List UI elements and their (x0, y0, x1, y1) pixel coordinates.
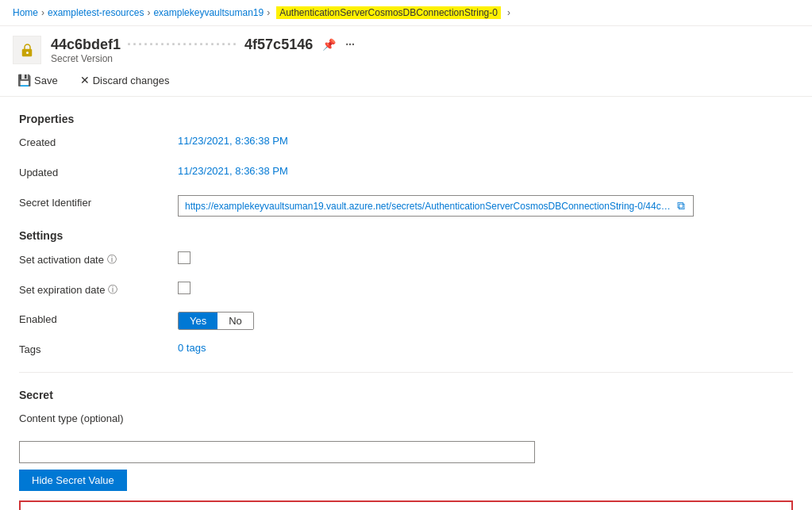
enabled-toggle[interactable]: Yes No (178, 312, 254, 330)
pin-icon[interactable]: 📌 (322, 38, 336, 51)
secret-section-title: Secret (19, 389, 793, 401)
expiration-date-checkbox[interactable] (178, 282, 190, 294)
expiration-date-row: Set expiration date ⓘ (19, 282, 793, 301)
activation-date-row: Set activation date ⓘ (19, 251, 793, 270)
secret-value-container: Secret value AccountEndpoint=https://tte… (19, 500, 793, 510)
lock-icon (13, 36, 41, 64)
created-value: 11/23/2021, 8:36:38 PM (178, 135, 288, 147)
activation-date-label: Set activation date ⓘ (19, 251, 178, 267)
enabled-row: Enabled Yes No (19, 312, 793, 331)
activation-date-checkbox[interactable] (178, 251, 190, 264)
toolbar: 💾 Save ✕ Discard changes (0, 64, 812, 97)
created-row: Created 11/23/2021, 8:36:38 PM (19, 135, 793, 154)
yes-toggle-button[interactable]: Yes (179, 313, 217, 329)
properties-section-title: Properties (19, 113, 793, 125)
secret-identifier-label: Secret Identifier (19, 195, 178, 209)
breadcrumb-active: AuthenticationServerCosmosDBConnectionSt… (276, 6, 501, 19)
breadcrumb-keyvault[interactable]: examplekeyvaultsuman19 (153, 7, 264, 18)
page-header: 44c6bdef1 ···················· 4f57c5146… (0, 26, 812, 64)
secret-version-label: Secret Version (51, 53, 355, 64)
activation-info-icon: ⓘ (107, 253, 117, 267)
content-type-row: Content type (optional) (19, 411, 793, 430)
save-icon: 💾 (17, 74, 31, 86)
content-type-input[interactable] (19, 441, 535, 463)
breadcrumb: Home › exampletest-resources › exampleke… (0, 0, 812, 26)
identifier-value: https://examplekeyvaultsuman19.vault.azu… (185, 201, 671, 212)
updated-label: Updated (19, 165, 178, 178)
content-type-label: Content type (optional) (19, 411, 178, 424)
updated-row: Updated 11/23/2021, 8:36:38 PM (19, 165, 793, 184)
close-icon: ✕ (80, 74, 90, 86)
updated-value: 11/23/2021, 8:36:38 PM (178, 165, 288, 177)
breadcrumb-home[interactable]: Home (13, 7, 38, 18)
main-content: Properties Created 11/23/2021, 8:36:38 P… (0, 97, 812, 510)
divider (19, 372, 793, 373)
svg-point-1 (26, 52, 29, 54)
no-toggle-button[interactable]: No (217, 313, 253, 329)
settings-section-title: Settings (19, 229, 793, 242)
tags-link[interactable]: 0 tags (178, 342, 206, 354)
more-icon[interactable]: ··· (345, 38, 355, 51)
tags-row: Tags 0 tags (19, 342, 793, 361)
discard-button[interactable]: ✕ Discard changes (75, 71, 175, 90)
page-title: 44c6bdef1 ···················· 4f57c5146… (51, 36, 355, 53)
enabled-label: Enabled (19, 312, 178, 325)
identifier-box: https://examplekeyvaultsuman19.vault.azu… (178, 195, 694, 217)
tags-label: Tags (19, 342, 178, 355)
copy-identifier-button[interactable]: ⧉ (675, 199, 687, 213)
save-button[interactable]: 💾 Save (13, 71, 63, 90)
expiration-info-icon: ⓘ (108, 283, 117, 297)
expiration-date-label: Set expiration date ⓘ (19, 282, 178, 297)
hide-secret-button[interactable]: Hide Secret Value (19, 470, 127, 491)
secret-identifier-row: Secret Identifier https://examplekeyvaul… (19, 195, 793, 217)
breadcrumb-resources[interactable]: exampletest-resources (48, 7, 144, 18)
created-label: Created (19, 135, 178, 148)
header-text: 44c6bdef1 ···················· 4f57c5146… (51, 36, 355, 64)
